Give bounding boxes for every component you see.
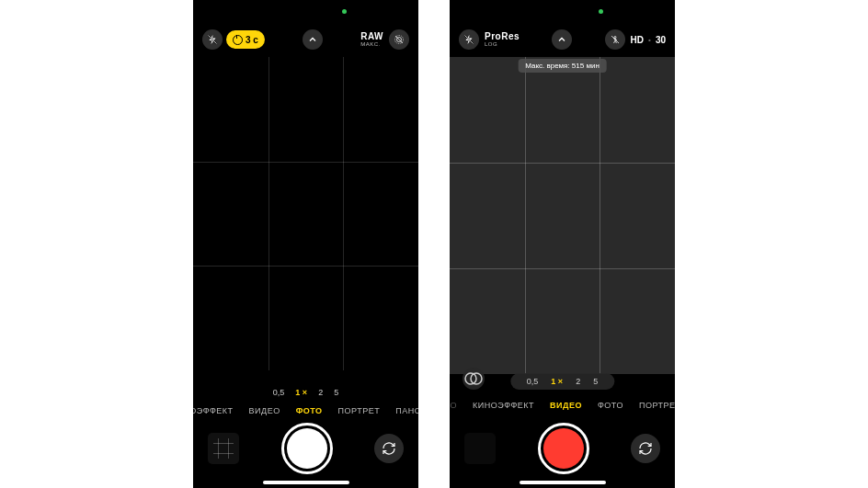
mode-selector[interactable]: НО КИНОЭФФЕКТ ВИДЕО ФОТО ПОРТРЕТ xyxy=(450,396,675,414)
timer-icon xyxy=(233,35,243,45)
expand-controls-button[interactable] xyxy=(552,29,572,50)
camera-active-indicator xyxy=(599,9,603,14)
grid-line xyxy=(343,57,344,370)
prores-toggle[interactable]: ProRes LOG xyxy=(485,32,520,47)
flash-off-button[interactable] xyxy=(459,29,479,50)
action-mode-button[interactable] xyxy=(605,29,625,50)
fps-label[interactable]: 30 xyxy=(656,35,666,45)
prores-subtitle: LOG xyxy=(485,41,497,47)
zoom-level[interactable]: 2 xyxy=(318,388,323,397)
raw-toggle[interactable]: RAW MAKC. xyxy=(360,32,383,47)
svg-line-8 xyxy=(611,36,619,43)
prores-title: ProRes xyxy=(485,32,520,41)
last-photo-thumbnail[interactable] xyxy=(464,433,496,464)
mode-item[interactable]: ПОРТРЕТ xyxy=(639,401,675,410)
grid-line xyxy=(600,57,600,374)
live-photo-off-button[interactable] xyxy=(389,29,409,50)
resolution-fps-selector[interactable]: HD • 30 xyxy=(631,35,666,45)
record-button[interactable] xyxy=(538,423,589,474)
grid-line xyxy=(193,162,418,163)
grid-line xyxy=(450,163,675,164)
grid-line xyxy=(450,268,675,269)
viewfinder[interactable]: Макс. время: 515 мин xyxy=(450,57,675,374)
flip-camera-button[interactable] xyxy=(631,434,660,463)
top-controls: ProRes LOG HD • 30 xyxy=(450,28,675,51)
camera-active-indicator xyxy=(342,9,347,14)
mode-item[interactable]: НО xyxy=(450,401,457,410)
home-indicator[interactable] xyxy=(263,481,349,484)
zoom-level[interactable]: 0,5 xyxy=(527,377,539,386)
zoom-selector[interactable]: 0,5 1 × 2 5 xyxy=(273,388,338,397)
zoom-level[interactable]: 5 xyxy=(593,377,598,386)
resolution-label[interactable]: HD xyxy=(631,35,644,45)
mode-item[interactable]: ПАНОРАМ xyxy=(395,406,418,415)
mode-selector[interactable]: КИНОЭФФЕКТ ВИДЕО ФОТО ПОРТРЕТ ПАНОРАМ xyxy=(193,402,418,420)
flash-off-button[interactable] xyxy=(202,29,223,50)
mode-item[interactable]: ФОТО xyxy=(598,401,623,410)
zoom-level[interactable]: 5 xyxy=(334,388,338,397)
separator: • xyxy=(648,36,651,44)
bottom-controls xyxy=(450,420,675,477)
shutter-button[interactable] xyxy=(281,423,333,474)
zoom-level[interactable]: 1 × xyxy=(295,388,307,397)
flip-camera-button[interactable] xyxy=(374,434,404,463)
bottom-controls xyxy=(193,420,418,477)
home-indicator[interactable] xyxy=(520,481,606,484)
last-photo-thumbnail[interactable] xyxy=(208,433,239,464)
mode-item[interactable]: ВИДЕО xyxy=(550,401,582,410)
camera-photo-screen: 3 с RAW MAKC. 0,5 1 × 2 5 КИНОЭФФЕКТ ВИ xyxy=(193,0,418,488)
mode-item[interactable]: ПОРТРЕТ xyxy=(338,406,381,415)
camera-video-screen: ProRes LOG HD • 30 Макс. время: 515 мин xyxy=(450,0,675,488)
zoom-selector[interactable]: 0,5 1 × 2 5 xyxy=(510,373,614,390)
mode-item[interactable]: КИНОЭФФЕКТ xyxy=(193,406,234,415)
raw-subtitle: MAKC. xyxy=(360,41,381,47)
timer-label: 3 с xyxy=(246,35,258,45)
top-controls: 3 с RAW MAKC. xyxy=(193,28,418,51)
viewfinder[interactable] xyxy=(193,57,418,370)
filters-button[interactable] xyxy=(463,368,485,390)
raw-title: RAW xyxy=(360,32,383,41)
grid-line xyxy=(193,266,418,267)
svg-point-7 xyxy=(614,37,616,39)
zoom-level[interactable]: 2 xyxy=(576,377,580,386)
mode-item[interactable]: КИНОЭФФЕКТ xyxy=(473,401,534,410)
timer-badge[interactable]: 3 с xyxy=(226,30,265,49)
zoom-level[interactable]: 0,5 xyxy=(273,388,285,397)
mode-item[interactable]: ВИДЕО xyxy=(249,406,280,415)
mode-item[interactable]: ФОТО xyxy=(296,406,323,415)
zoom-level[interactable]: 1 × xyxy=(551,377,563,386)
grid-line xyxy=(268,57,269,370)
max-record-time-badge: Макс. время: 515 мин xyxy=(518,59,607,73)
expand-controls-button[interactable] xyxy=(303,29,323,50)
grid-line xyxy=(525,57,526,374)
